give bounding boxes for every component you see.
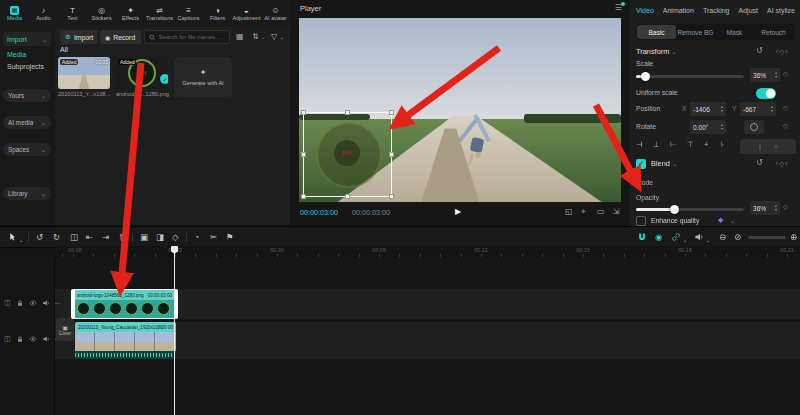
scale-slider-track[interactable] xyxy=(636,75,744,78)
uniform-scale-toggle[interactable] xyxy=(756,88,776,99)
rotate-value-input[interactable]: 0.00°▴▾ xyxy=(690,120,726,134)
lock-icon[interactable] xyxy=(16,299,24,307)
transform-section-header[interactable]: Transform ⌄ xyxy=(636,47,677,56)
sidebar-group-spaces[interactable]: Spaces⌄ xyxy=(3,143,51,156)
play-button[interactable]: ▶ xyxy=(455,207,461,216)
grid-view-icon[interactable]: ▦ xyxy=(236,32,244,41)
subtab-remove-bg[interactable]: Remove BG xyxy=(676,25,715,39)
nav-stickers[interactable]: ◎Stickers xyxy=(87,0,116,27)
stepper-icon[interactable]: ▴▾ xyxy=(721,105,723,113)
tab-tracking[interactable]: Tracking xyxy=(703,7,730,14)
resize-handle-e[interactable] xyxy=(389,152,394,157)
chevron-down-icon[interactable]: ⌄ xyxy=(683,235,687,245)
eye-icon[interactable] xyxy=(29,299,37,307)
position-y-input[interactable]: -667▴▾ xyxy=(740,102,776,116)
sidebar-item-media[interactable]: Media xyxy=(7,51,26,58)
resize-handle-w[interactable] xyxy=(301,152,306,157)
tab-ai-stylize[interactable]: AI stylize xyxy=(767,7,795,14)
position-x-input[interactable]: -1406▴▾ xyxy=(690,102,726,116)
align-center-icon[interactable]: + xyxy=(704,140,708,149)
aspect-ratio-icon[interactable]: ▭ xyxy=(597,207,605,216)
zoom-out-icon[interactable]: ⊖ xyxy=(719,232,726,242)
sidebar-group-library[interactable]: Library⌄ xyxy=(3,187,51,200)
blend-section-header[interactable]: Blend ⌄ xyxy=(651,159,677,168)
nav-effects[interactable]: ✦Effects xyxy=(116,0,145,27)
delete-right-icon[interactable]: ⇥ xyxy=(102,232,109,242)
preview-quality-icon[interactable]: ◱ xyxy=(565,207,573,216)
blend-checkbox[interactable]: ✓ xyxy=(636,159,646,169)
mute-icon[interactable] xyxy=(42,299,50,307)
tab-video[interactable]: Video xyxy=(636,7,654,14)
align-right-icon[interactable]: ⊢ xyxy=(670,140,677,149)
rotate-keyframe-icon[interactable]: ◇ xyxy=(783,122,789,130)
nav-audio[interactable]: ♪Audio xyxy=(29,0,58,27)
media-item-video[interactable]: Added 00:00 xyxy=(58,57,110,89)
sidebar-group-yours[interactable]: Yours⌄ xyxy=(3,89,51,102)
link-clips-icon[interactable] xyxy=(671,232,681,242)
resize-handle-se[interactable] xyxy=(389,194,394,199)
search-input[interactable]: Search for file names, scenes, or dialog… xyxy=(144,30,230,44)
playhead-line[interactable] xyxy=(174,246,175,415)
align-top-icon[interactable]: ⊤ xyxy=(687,140,694,149)
sidebar-group-ai-media[interactable]: AI media⌄ xyxy=(3,116,51,129)
nav-media[interactable]: ▦Media xyxy=(0,0,29,27)
stepper-icon[interactable]: ▴▾ xyxy=(771,105,773,113)
import-button[interactable]: ⊕Import xyxy=(60,30,97,44)
overlay-selection-box[interactable]: BOY xyxy=(303,112,392,197)
opacity-slider-knob[interactable] xyxy=(670,205,679,214)
distribute-h-icon[interactable]: ∥ xyxy=(758,143,762,151)
subtab-basic[interactable]: Basic xyxy=(637,25,676,39)
chevron-down-icon[interactable]: ⌄ xyxy=(706,235,710,245)
chevron-down-icon[interactable]: ⌄ xyxy=(730,217,735,224)
resize-handle-sw[interactable] xyxy=(301,194,306,199)
mirror-icon[interactable]: ◨ xyxy=(156,232,164,242)
clip-trim-handle-left[interactable] xyxy=(71,289,75,319)
blend-keyframe-control[interactable]: ‹◇› xyxy=(776,160,788,168)
chevron-down-icon[interactable]: ⌄ xyxy=(19,235,23,245)
reset-transform-icon[interactable]: ↺ xyxy=(756,46,763,55)
record-button[interactable]: ◉Record xyxy=(100,30,141,44)
resize-handle-s[interactable] xyxy=(345,194,350,199)
filter-icon[interactable]: ▽ xyxy=(271,32,277,41)
face-tracking-icon[interactable]: ⌖ xyxy=(581,207,586,217)
scale-value-input[interactable]: 36%▴▾ xyxy=(750,68,780,82)
delete-left-icon[interactable]: ⇤ xyxy=(86,232,93,242)
magnetic-snap-icon[interactable] xyxy=(637,232,647,242)
mask-icon[interactable]: ◇ xyxy=(172,232,179,242)
tab-adjust[interactable]: Adjust xyxy=(739,7,758,14)
align-middle-icon[interactable]: ⊦ xyxy=(721,140,725,149)
stepper-icon[interactable]: ▴▾ xyxy=(775,71,777,79)
timeline-ruler[interactable]: 00:00 00:03 00:06 00:09 00:12 00:15 00:1… xyxy=(55,246,800,257)
enhance-quality-checkbox[interactable] xyxy=(636,216,646,226)
crop-icon[interactable]: ▣ xyxy=(140,232,148,242)
nav-text[interactable]: TText xyxy=(58,0,87,27)
stepper-icon[interactable]: ▴▾ xyxy=(721,123,723,131)
split-icon[interactable]: ◫ xyxy=(70,232,78,242)
generate-with-ai-card[interactable]: ✦ Generate with AI xyxy=(174,57,232,97)
stepper-icon[interactable]: ▴▾ xyxy=(775,204,777,212)
preview-axis-icon[interactable]: ◉ xyxy=(655,232,662,242)
transform-keyframe-control[interactable]: ‹◇› xyxy=(776,48,788,56)
distribute-v-icon[interactable]: ≡ xyxy=(774,143,778,150)
select-tool-icon[interactable] xyxy=(8,232,17,241)
sticker-tool-icon[interactable]: ◔ xyxy=(194,232,199,242)
marker-icon[interactable]: ⚑ xyxy=(226,232,234,242)
timeline-zoom-slider[interactable] xyxy=(748,236,786,239)
sidebar-item-subprojects[interactable]: Subprojects xyxy=(7,63,44,70)
align-left-icon[interactable]: ⊣ xyxy=(636,140,643,149)
nav-captions[interactable]: ≡Captions xyxy=(174,0,203,27)
eye-icon[interactable] xyxy=(29,335,37,343)
scale-slider-knob[interactable] xyxy=(641,72,650,81)
scissors-icon[interactable]: ✂ xyxy=(210,232,217,242)
mute-icon[interactable] xyxy=(42,335,50,343)
video-preview[interactable]: BOY xyxy=(299,18,621,202)
rotate-dial[interactable] xyxy=(744,120,764,134)
resize-handle-ne[interactable] xyxy=(389,110,394,115)
cover-button[interactable]: ▣ Cover xyxy=(56,318,74,341)
sort-icon[interactable]: ⇅ xyxy=(252,32,259,41)
zoom-in-icon[interactable]: ⊕ xyxy=(790,232,797,242)
nav-adjustment[interactable]: ◒Adjustment xyxy=(232,0,261,27)
nav-transitions[interactable]: ⇌Transitions xyxy=(145,0,174,27)
reset-blend-icon[interactable]: ↺ xyxy=(756,158,763,167)
position-keyframe-icon[interactable]: ◇ xyxy=(783,104,789,112)
